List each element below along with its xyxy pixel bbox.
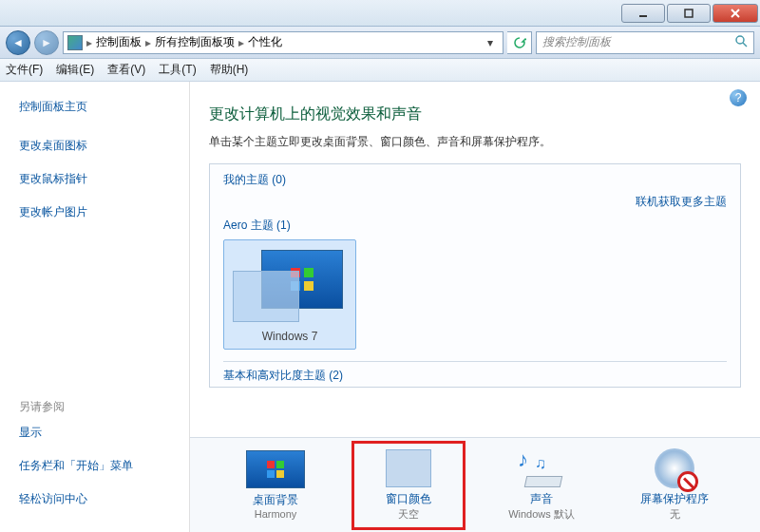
breadcrumb[interactable]: ▸ 控制面板 ▸ 所有控制面板项 ▸ 个性化 ▾ <box>63 31 504 54</box>
menu-file[interactable]: 文件(F) <box>6 62 43 78</box>
sidebar-seealso-taskbar[interactable]: 任务栏和「开始」菜单 <box>19 458 170 474</box>
bottom-options: 桌面背景 Harmony 窗口颜色 天空 ♪♫ 声音 Windows 默认 <box>190 437 760 532</box>
disabled-icon <box>677 471 698 492</box>
breadcrumb-leaf[interactable]: 个性化 <box>248 34 282 50</box>
screensaver-icon <box>645 449 704 487</box>
window-color-item[interactable]: 窗口颜色 天空 <box>352 441 466 530</box>
page-title: 更改计算机上的视觉效果和声音 <box>209 104 741 124</box>
nav-back-button[interactable]: ◄ <box>6 30 30 55</box>
sidebar-home-link[interactable]: 控制面板主页 <box>19 99 170 115</box>
svg-line-5 <box>743 43 747 47</box>
theme-thumbnail <box>233 246 347 322</box>
sound-item[interactable]: ♪♫ 声音 Windows 默认 <box>484 449 598 522</box>
window-titlebar <box>0 0 760 27</box>
refresh-button[interactable] <box>507 31 532 54</box>
basic-themes-label: 基本和高对比度主题 (2) <box>223 361 727 384</box>
menu-tools[interactable]: 工具(T) <box>159 62 196 78</box>
window-color-icon <box>386 449 431 487</box>
main-panel: ? 更改计算机上的视觉效果和声音 单击某个主题立即更改桌面背景、窗口颜色、声音和… <box>190 82 760 532</box>
sidebar-seealso-ease[interactable]: 轻松访问中心 <box>19 491 170 507</box>
sound-icon: ♪♫ <box>512 449 571 487</box>
chevron-right-icon: ▸ <box>145 36 151 49</box>
aero-themes-label: Aero 主题 (1) <box>223 218 291 234</box>
body: 控制面板主页 更改桌面图标 更改鼠标指针 更改帐户图片 另请参阅 显示 任务栏和… <box>0 82 760 532</box>
menu-edit[interactable]: 编辑(E) <box>56 62 94 78</box>
window-color-label: 窗口颜色 <box>364 491 453 507</box>
my-themes-label: 我的主题 (0) <box>223 172 286 188</box>
page-subtitle: 单击某个主题立即更改桌面背景、窗口颜色、声音和屏幕保护程序。 <box>209 134 741 150</box>
control-panel-icon <box>67 35 83 50</box>
screensaver-item[interactable]: 屏幕保护程序 无 <box>618 449 732 522</box>
address-bar: ◄ ► ▸ 控制面板 ▸ 所有控制面板项 ▸ 个性化 ▾ 搜索控制面板 <box>0 27 760 59</box>
maximize-button[interactable] <box>667 4 711 23</box>
search-icon <box>734 34 748 50</box>
sidebar: 控制面板主页 更改桌面图标 更改鼠标指针 更改帐户图片 另请参阅 显示 任务栏和… <box>0 82 190 532</box>
search-input[interactable]: 搜索控制面板 <box>536 31 754 54</box>
screensaver-value: 无 <box>618 507 732 522</box>
close-button[interactable] <box>712 4 758 23</box>
help-icon[interactable]: ? <box>730 89 747 106</box>
theme-item-windows7[interactable]: Windows 7 <box>223 239 356 350</box>
desktop-background-value: Harmony <box>218 508 332 520</box>
breadcrumb-dropdown-icon[interactable]: ▾ <box>482 32 499 53</box>
search-placeholder: 搜索控制面板 <box>542 34 611 50</box>
svg-rect-1 <box>685 10 693 17</box>
breadcrumb-mid[interactable]: 所有控制面板项 <box>155 34 235 50</box>
theme-name: Windows 7 <box>228 330 352 343</box>
sound-value: Windows 默认 <box>484 507 598 522</box>
desktop-background-icon <box>246 450 305 488</box>
sidebar-link-account-picture[interactable]: 更改帐户图片 <box>19 204 170 220</box>
menu-view[interactable]: 查看(V) <box>107 62 145 78</box>
sidebar-seealso-display[interactable]: 显示 <box>19 425 170 441</box>
minimize-button[interactable] <box>621 4 665 23</box>
screensaver-label: 屏幕保护程序 <box>618 491 732 507</box>
menu-help[interactable]: 帮助(H) <box>210 62 249 78</box>
themes-panel: 我的主题 (0) 联机获取更多主题 Aero 主题 (1) Windows 7 <box>209 163 741 388</box>
get-more-themes-link[interactable]: 联机获取更多主题 <box>636 194 727 210</box>
desktop-background-item[interactable]: 桌面背景 Harmony <box>218 450 332 520</box>
sidebar-seealso-heading: 另请参阅 <box>19 399 170 415</box>
nav-forward-button[interactable]: ► <box>34 30 59 55</box>
chevron-right-icon: ▸ <box>86 36 92 49</box>
sidebar-link-desktop-icons[interactable]: 更改桌面图标 <box>19 138 170 154</box>
window-glass-icon <box>233 271 299 322</box>
svg-point-4 <box>736 36 744 44</box>
desktop-background-label: 桌面背景 <box>218 492 332 508</box>
breadcrumb-root[interactable]: 控制面板 <box>96 34 142 50</box>
menu-bar: 文件(F) 编辑(E) 查看(V) 工具(T) 帮助(H) <box>0 59 760 82</box>
sound-label: 声音 <box>484 491 598 507</box>
window-color-value: 天空 <box>364 507 453 522</box>
chevron-right-icon: ▸ <box>238 36 244 49</box>
sidebar-link-mouse-pointers[interactable]: 更改鼠标指针 <box>19 171 170 187</box>
